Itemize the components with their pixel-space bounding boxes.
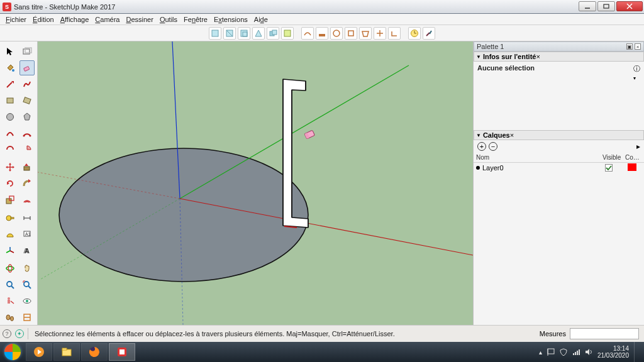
sandbox-contour-icon[interactable] bbox=[301, 27, 314, 40]
solid-subtract-icon[interactable] bbox=[223, 27, 236, 40]
sandbox-smoove-icon[interactable] bbox=[330, 27, 343, 40]
sandbox-stamp-icon[interactable] bbox=[345, 27, 357, 40]
svg-point-27 bbox=[12, 69, 14, 72]
followme-tool[interactable] bbox=[19, 176, 35, 191]
taskbar-clock[interactable]: 13:14 21/03/2020 bbox=[597, 345, 629, 359]
minimize-button[interactable] bbox=[579, 1, 596, 11]
tray-up-icon[interactable]: ▴ bbox=[539, 349, 542, 356]
entity-panel-close-icon[interactable]: × bbox=[536, 53, 540, 60]
add-layer-button[interactable]: + bbox=[477, 142, 486, 151]
position-camera-tool[interactable] bbox=[3, 293, 18, 309]
arc2-tool[interactable] bbox=[19, 126, 35, 141]
dimension-tool[interactable] bbox=[19, 211, 35, 226]
arc-tool[interactable] bbox=[3, 126, 18, 141]
circle-tool[interactable] bbox=[3, 109, 18, 124]
rotated-rectangle-tool[interactable] bbox=[19, 93, 35, 108]
pie-tool[interactable] bbox=[19, 142, 35, 157]
layers-panel-close-icon[interactable]: × bbox=[510, 131, 514, 139]
task-sketchup[interactable] bbox=[109, 343, 135, 361]
menu-outils[interactable]: Outils bbox=[158, 15, 179, 24]
svg-marker-39 bbox=[9, 163, 11, 165]
polygon-tool[interactable] bbox=[19, 109, 35, 124]
tray-title-bar[interactable]: Palette 1 ▣ × bbox=[474, 41, 644, 52]
sandbox-flip-icon[interactable] bbox=[388, 27, 401, 40]
tray-shield-icon[interactable] bbox=[560, 348, 567, 356]
col-color[interactable]: Co… bbox=[625, 154, 641, 161]
3d-viewport[interactable] bbox=[38, 41, 473, 325]
menu-aide[interactable]: Aide bbox=[252, 15, 270, 24]
entity-menu-icon[interactable]: ▾ bbox=[633, 75, 640, 81]
entity-panel-header[interactable]: ▼ Infos sur l'entité × bbox=[474, 52, 644, 62]
menu-bar: Fichier Édition Affichage Caméra Dessine… bbox=[0, 14, 644, 25]
menu-extensions[interactable]: Extensions bbox=[212, 15, 250, 24]
sandbox-detail-icon[interactable] bbox=[374, 27, 386, 40]
task-firefox[interactable] bbox=[81, 343, 108, 361]
menu-camera[interactable]: Caméra bbox=[93, 15, 121, 24]
zoom-extents-tool[interactable] bbox=[19, 277, 35, 292]
layers-panel-header[interactable]: ▼ Calques × bbox=[474, 130, 644, 140]
tape-tool[interactable] bbox=[3, 211, 18, 226]
tray-network-icon[interactable] bbox=[572, 348, 580, 356]
remove-layer-button[interactable]: − bbox=[489, 142, 497, 151]
line-tool[interactable] bbox=[3, 77, 18, 92]
task-media-player[interactable] bbox=[26, 343, 52, 361]
sandbox-drape-icon[interactable] bbox=[359, 27, 372, 40]
start-button[interactable] bbox=[0, 342, 25, 362]
section-tool[interactable] bbox=[19, 310, 35, 325]
layer-visible-checkbox[interactable] bbox=[605, 164, 628, 172]
paint-bucket-tool[interactable] bbox=[3, 60, 18, 75]
menu-fichier[interactable]: Fichier bbox=[4, 15, 28, 24]
clock-icon[interactable] bbox=[408, 27, 421, 40]
tray-volume-icon[interactable] bbox=[585, 348, 592, 356]
menu-fenetre[interactable]: Fenêtre bbox=[182, 15, 209, 24]
rotate-tool[interactable] bbox=[3, 176, 18, 191]
col-visible[interactable]: Visible bbox=[602, 154, 625, 161]
pushpull-tool[interactable] bbox=[19, 160, 35, 175]
menu-affichage[interactable]: Affichage bbox=[58, 15, 91, 24]
walk-tool[interactable] bbox=[3, 310, 18, 325]
solid-split-icon[interactable] bbox=[281, 27, 294, 40]
svg-rect-24 bbox=[23, 49, 30, 54]
tray-flag-icon[interactable] bbox=[547, 348, 555, 356]
layer-active-dot-icon bbox=[476, 166, 480, 170]
help-icon[interactable]: ? bbox=[3, 329, 11, 338]
scale-tool[interactable] bbox=[3, 192, 18, 207]
maximize-button[interactable] bbox=[597, 1, 615, 11]
solid-union-icon[interactable] bbox=[267, 27, 279, 40]
move-tool[interactable] bbox=[3, 160, 18, 175]
layer-row[interactable]: Layer0 bbox=[474, 163, 644, 173]
select-tool[interactable] bbox=[3, 44, 18, 59]
eraser-tool[interactable] bbox=[19, 60, 35, 75]
menu-edition[interactable]: Édition bbox=[31, 15, 56, 24]
col-name[interactable]: Nom bbox=[476, 154, 602, 161]
tray-pin-icon[interactable]: ▣ bbox=[626, 43, 633, 50]
measure-input[interactable] bbox=[570, 328, 639, 339]
offset-tool[interactable] bbox=[19, 192, 35, 207]
task-explorer[interactable] bbox=[53, 343, 80, 361]
menu-dessiner[interactable]: Dessiner bbox=[124, 15, 155, 24]
sandbox-scratch-icon[interactable] bbox=[316, 27, 328, 40]
solid-add-icon[interactable] bbox=[209, 27, 221, 40]
close-button[interactable] bbox=[616, 1, 643, 11]
text-tool[interactable]: A1 bbox=[19, 227, 35, 242]
freehand-tool[interactable] bbox=[19, 77, 35, 92]
zoom-tool[interactable] bbox=[3, 277, 18, 292]
tray-close-icon[interactable]: × bbox=[635, 43, 641, 50]
make-component-icon[interactable] bbox=[19, 44, 35, 59]
show-desktop-button[interactable] bbox=[634, 342, 640, 362]
pan-tool[interactable] bbox=[19, 261, 35, 276]
orbit-tool[interactable] bbox=[3, 261, 18, 276]
solid-intersect-icon[interactable] bbox=[238, 27, 250, 40]
3dtext-tool[interactable]: AA bbox=[19, 243, 35, 258]
user-icon[interactable]: ✦ bbox=[15, 329, 24, 338]
layer-color-swatch[interactable] bbox=[628, 163, 636, 171]
preferences-icon[interactable] bbox=[423, 27, 435, 40]
entity-info-icon[interactable]: ⓘ bbox=[633, 64, 640, 74]
layers-menu-icon[interactable]: ▸ bbox=[636, 142, 640, 151]
look-around-tool[interactable] bbox=[19, 293, 35, 309]
arc3-tool[interactable] bbox=[3, 142, 18, 157]
rectangle-tool[interactable] bbox=[3, 93, 18, 108]
solid-trim-icon[interactable] bbox=[252, 27, 265, 40]
protractor-tool[interactable] bbox=[3, 227, 18, 242]
axes-tool[interactable] bbox=[3, 243, 18, 258]
